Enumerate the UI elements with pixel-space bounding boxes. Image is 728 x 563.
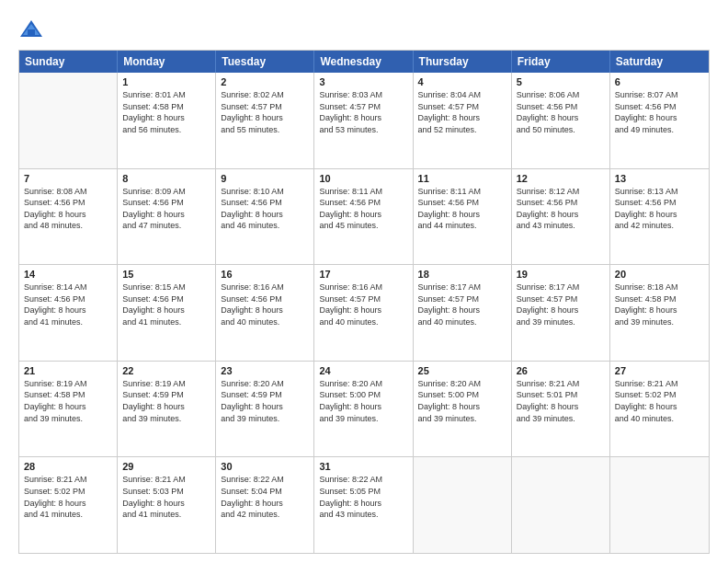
daylight-line2: and 40 minutes. xyxy=(418,316,506,328)
sunrise-text: Sunrise: 8:20 AM xyxy=(418,378,506,390)
sunset-text: Sunset: 4:57 PM xyxy=(418,293,506,305)
cell-detail: Sunrise: 8:20 AMSunset: 4:59 PMDaylight:… xyxy=(221,378,309,424)
day-cell-10: 10Sunrise: 8:11 AMSunset: 4:56 PMDayligh… xyxy=(314,169,413,265)
cell-detail: Sunrise: 8:13 AMSunset: 4:56 PMDaylight:… xyxy=(615,186,704,232)
sunset-text: Sunset: 4:56 PM xyxy=(517,101,605,113)
daylight-line1: Daylight: 8 hours xyxy=(122,112,210,124)
calendar-row-4: 28Sunrise: 8:21 AMSunset: 5:02 PMDayligh… xyxy=(19,456,709,553)
cell-detail: Sunrise: 8:21 AMSunset: 5:02 PMDaylight:… xyxy=(24,474,112,520)
sunrise-text: Sunrise: 8:17 AM xyxy=(517,282,605,293)
cell-detail: Sunrise: 8:19 AMSunset: 4:58 PMDaylight:… xyxy=(24,378,112,424)
calendar-row-1: 7Sunrise: 8:08 AMSunset: 4:56 PMDaylight… xyxy=(19,168,709,265)
sunrise-text: Sunrise: 8:11 AM xyxy=(319,186,407,198)
sunrise-text: Sunrise: 8:16 AM xyxy=(319,282,407,293)
empty-cell-4-5 xyxy=(512,457,610,553)
sunset-text: Sunset: 4:56 PM xyxy=(517,197,605,209)
sunset-text: Sunset: 4:56 PM xyxy=(615,197,704,209)
daylight-line1: Daylight: 8 hours xyxy=(319,304,407,316)
day-number: 24 xyxy=(319,365,407,376)
daylight-line1: Daylight: 8 hours xyxy=(418,304,506,316)
cell-detail: Sunrise: 8:02 AMSunset: 4:57 PMDaylight:… xyxy=(221,89,309,135)
sunrise-text: Sunrise: 8:04 AM xyxy=(418,89,506,101)
daylight-line1: Daylight: 8 hours xyxy=(221,401,309,413)
daylight-line2: and 39 minutes. xyxy=(517,316,605,328)
daylight-line2: and 50 minutes. xyxy=(517,124,605,136)
sunset-text: Sunset: 5:02 PM xyxy=(615,389,704,401)
cell-detail: Sunrise: 8:20 AMSunset: 5:00 PMDaylight:… xyxy=(418,378,506,424)
sunrise-text: Sunrise: 8:02 AM xyxy=(221,89,309,101)
sunset-text: Sunset: 5:00 PM xyxy=(418,389,506,401)
sunrise-text: Sunrise: 8:06 AM xyxy=(517,89,605,101)
sunset-text: Sunset: 4:56 PM xyxy=(24,293,112,305)
sunset-text: Sunset: 4:56 PM xyxy=(122,197,210,209)
daylight-line2: and 39 minutes. xyxy=(517,413,605,425)
sunrise-text: Sunrise: 8:19 AM xyxy=(122,378,210,390)
daylight-line2: and 52 minutes. xyxy=(418,124,506,136)
cell-detail: Sunrise: 8:20 AMSunset: 5:00 PMDaylight:… xyxy=(319,378,407,424)
calendar-row-3: 21Sunrise: 8:19 AMSunset: 4:58 PMDayligh… xyxy=(19,361,709,457)
sunset-text: Sunset: 4:58 PM xyxy=(24,389,112,401)
cell-detail: Sunrise: 8:11 AMSunset: 4:56 PMDaylight:… xyxy=(418,186,506,232)
daylight-line1: Daylight: 8 hours xyxy=(24,401,112,413)
daylight-line1: Daylight: 8 hours xyxy=(615,401,704,413)
day-cell-21: 21Sunrise: 8:19 AMSunset: 4:58 PMDayligh… xyxy=(19,362,118,457)
day-number: 22 xyxy=(122,365,210,376)
daylight-line1: Daylight: 8 hours xyxy=(122,498,210,510)
daylight-line1: Daylight: 8 hours xyxy=(319,209,407,221)
empty-cell-4-6 xyxy=(610,457,709,553)
sunset-text: Sunset: 5:01 PM xyxy=(517,389,605,401)
day-number: 13 xyxy=(615,173,704,184)
sunset-text: Sunset: 5:00 PM xyxy=(319,389,407,401)
svg-rect-2 xyxy=(28,29,35,35)
sunrise-text: Sunrise: 8:21 AM xyxy=(615,378,704,390)
day-cell-11: 11Sunrise: 8:11 AMSunset: 4:56 PMDayligh… xyxy=(414,169,512,265)
day-number: 21 xyxy=(24,365,112,376)
daylight-line2: and 39 minutes. xyxy=(418,413,506,425)
day-number: 1 xyxy=(122,76,210,87)
sunrise-text: Sunrise: 8:09 AM xyxy=(122,186,210,198)
cell-detail: Sunrise: 8:19 AMSunset: 4:59 PMDaylight:… xyxy=(122,378,210,424)
daylight-line1: Daylight: 8 hours xyxy=(221,304,309,316)
daylight-line2: and 49 minutes. xyxy=(615,124,704,136)
cell-detail: Sunrise: 8:21 AMSunset: 5:01 PMDaylight:… xyxy=(517,378,605,424)
day-cell-25: 25Sunrise: 8:20 AMSunset: 5:00 PMDayligh… xyxy=(414,362,512,457)
weekday-header-tuesday: Tuesday xyxy=(216,51,314,73)
day-cell-17: 17Sunrise: 8:16 AMSunset: 4:57 PMDayligh… xyxy=(314,265,413,361)
day-number: 19 xyxy=(517,269,605,280)
daylight-line1: Daylight: 8 hours xyxy=(122,304,210,316)
day-cell-31: 31Sunrise: 8:22 AMSunset: 5:05 PMDayligh… xyxy=(314,457,413,553)
cell-detail: Sunrise: 8:04 AMSunset: 4:57 PMDaylight:… xyxy=(418,89,506,135)
day-number: 4 xyxy=(418,76,506,87)
daylight-line1: Daylight: 8 hours xyxy=(122,209,210,221)
daylight-line1: Daylight: 8 hours xyxy=(517,209,605,221)
daylight-line1: Daylight: 8 hours xyxy=(24,498,112,510)
day-number: 14 xyxy=(24,269,112,280)
sunrise-text: Sunrise: 8:14 AM xyxy=(24,282,112,293)
daylight-line2: and 40 minutes. xyxy=(615,413,704,425)
day-number: 29 xyxy=(122,461,210,472)
day-cell-1: 1Sunrise: 8:01 AMSunset: 4:58 PMDaylight… xyxy=(118,73,216,168)
cell-detail: Sunrise: 8:22 AMSunset: 5:04 PMDaylight:… xyxy=(221,474,309,520)
day-cell-18: 18Sunrise: 8:17 AMSunset: 4:57 PMDayligh… xyxy=(414,265,512,361)
cell-detail: Sunrise: 8:11 AMSunset: 4:56 PMDaylight:… xyxy=(319,186,407,232)
sunset-text: Sunset: 4:59 PM xyxy=(122,389,210,401)
sunrise-text: Sunrise: 8:18 AM xyxy=(615,282,704,293)
day-cell-5: 5Sunrise: 8:06 AMSunset: 4:56 PMDaylight… xyxy=(512,73,610,168)
sunrise-text: Sunrise: 8:13 AM xyxy=(615,186,704,198)
sunset-text: Sunset: 4:57 PM xyxy=(319,101,407,113)
daylight-line2: and 41 minutes. xyxy=(24,316,112,328)
daylight-line2: and 45 minutes. xyxy=(319,220,407,232)
day-number: 16 xyxy=(221,269,309,280)
cell-detail: Sunrise: 8:12 AMSunset: 4:56 PMDaylight:… xyxy=(517,186,605,232)
sunset-text: Sunset: 4:56 PM xyxy=(24,197,112,209)
day-cell-24: 24Sunrise: 8:20 AMSunset: 5:00 PMDayligh… xyxy=(314,362,413,457)
cell-detail: Sunrise: 8:21 AMSunset: 5:02 PMDaylight:… xyxy=(615,378,704,424)
cell-detail: Sunrise: 8:14 AMSunset: 4:56 PMDaylight:… xyxy=(24,282,112,327)
sunset-text: Sunset: 5:03 PM xyxy=(122,486,210,498)
calendar: SundayMondayTuesdayWednesdayThursdayFrid… xyxy=(18,50,710,554)
sunrise-text: Sunrise: 8:16 AM xyxy=(221,282,309,293)
daylight-line2: and 40 minutes. xyxy=(319,316,407,328)
daylight-line2: and 44 minutes. xyxy=(418,220,506,232)
day-number: 11 xyxy=(418,173,506,184)
cell-detail: Sunrise: 8:10 AMSunset: 4:56 PMDaylight:… xyxy=(221,186,309,232)
